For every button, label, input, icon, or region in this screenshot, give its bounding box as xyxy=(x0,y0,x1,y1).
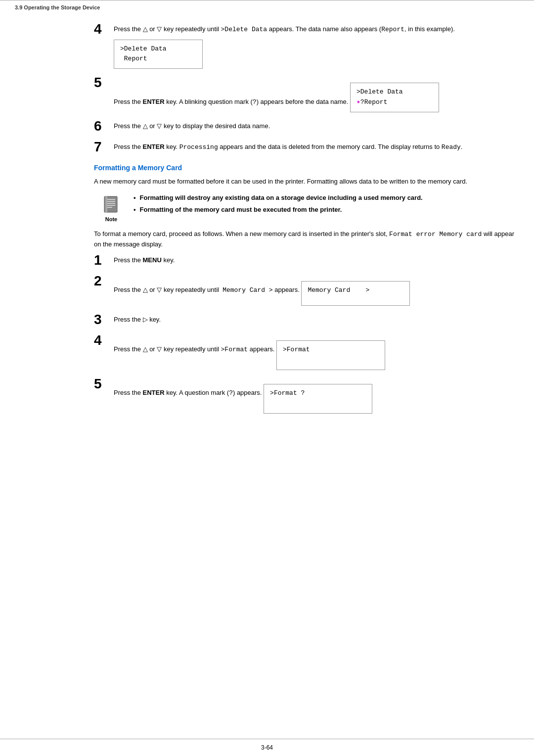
format-step-1-text: Press the MENU key. xyxy=(114,255,519,265)
format-step-5-number: 5 xyxy=(94,377,114,391)
step-6-row: 6 Press the △ or ▽ key to display the de… xyxy=(94,121,519,133)
step-5-number: 5 xyxy=(94,76,114,90)
format-step-1-row: 1 Press the MENU key. xyxy=(94,255,519,267)
step-7-row: 7 Press the ENTER key. Processing appear… xyxy=(94,142,519,154)
page-container: 3.9 Operating the Storage Device 4 Press… xyxy=(0,0,534,756)
svg-rect-1 xyxy=(105,196,107,212)
format-step-5-row: 5 Press the ENTER key. A question mark (… xyxy=(94,379,519,414)
step-6-number: 6 xyxy=(94,119,114,133)
format-step-2-number: 2 xyxy=(94,274,114,288)
top-border xyxy=(0,0,534,0)
lcd-step4: >Delete Data Report xyxy=(114,40,203,69)
format-step-2-row: 2 Press the △ or ▽ key repeatedly until … xyxy=(94,276,519,306)
note-icon-area: Note xyxy=(94,193,129,222)
bottom-area: 3-64 xyxy=(0,739,534,756)
note-item-2: Formatting of the memory card must be ex… xyxy=(134,205,519,214)
format-step-4-text: Press the △ or ▽ key repeatedly until >F… xyxy=(114,335,519,370)
page-number: 3-64 xyxy=(0,739,534,756)
content-area: 4 Press the △ or ▽ key repeatedly until … xyxy=(0,14,534,442)
lcd-step5: >Delete Data ✶?Report xyxy=(350,83,439,112)
note-item-1: Formatting will destroy any existing dat… xyxy=(134,193,519,202)
step-5-text: Press the ENTER key. A blinking question… xyxy=(114,78,519,112)
note-book-icon xyxy=(100,193,122,215)
lcd-format-step2: Memory Card > xyxy=(301,281,410,306)
step-4-row: 4 Press the △ or ▽ key repeatedly until … xyxy=(94,24,519,69)
step-6-text: Press the △ or ▽ key to display the desi… xyxy=(114,121,519,131)
formatting-section-title: Formatting a Memory Card xyxy=(94,164,519,172)
step-7-number: 7 xyxy=(94,140,114,154)
format-step-3-number: 3 xyxy=(94,313,114,327)
step-4-number: 4 xyxy=(94,22,114,36)
step-5-row: 5 Press the ENTER key. A blinking questi… xyxy=(94,78,519,112)
section-header: 3.9 Operating the Storage Device xyxy=(0,2,534,14)
main-content: 4 Press the △ or ▽ key repeatedly until … xyxy=(94,24,519,414)
step-4-text: Press the △ or ▽ key repeatedly until >D… xyxy=(114,24,519,69)
format-step-2-text: Press the △ or ▽ key repeatedly until Me… xyxy=(114,276,519,306)
format-step-3-row: 3 Press the ▷ key. xyxy=(94,315,519,327)
format-step-3-text: Press the ▷ key. xyxy=(114,315,519,325)
note-block: Note Formatting will destroy any existin… xyxy=(94,193,519,222)
note-list: Formatting will destroy any existing dat… xyxy=(134,193,519,214)
note-content: Formatting will destroy any existing dat… xyxy=(134,193,519,217)
lcd-format-step5: >Format ? xyxy=(264,384,372,414)
format-step-5-text: Press the ENTER key. A question mark (?)… xyxy=(114,379,519,414)
note-label: Note xyxy=(105,216,117,222)
formatting-intro: A new memory card must be formatted befo… xyxy=(94,177,519,187)
procedure-intro: To format a memory card, proceed as foll… xyxy=(94,229,519,249)
lcd-format-step4: >Format xyxy=(276,340,385,370)
format-step-4-row: 4 Press the △ or ▽ key repeatedly until … xyxy=(94,335,519,370)
format-step-1-number: 1 xyxy=(94,253,114,267)
step-7-text: Press the ENTER key. Processing appears … xyxy=(114,142,519,152)
format-step-4-number: 4 xyxy=(94,333,114,347)
